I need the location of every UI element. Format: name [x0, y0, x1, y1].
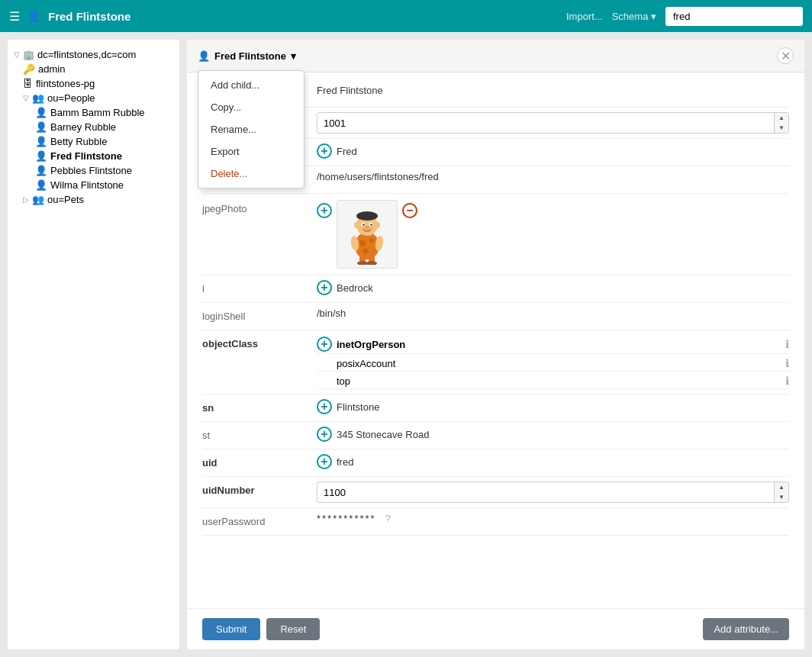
st-add-icon[interactable]: +: [317, 427, 332, 442]
dropdown-add-child[interactable]: Add child...: [198, 74, 304, 96]
value-gidnumber: ▲ ▼: [317, 112, 789, 134]
svg-point-6: [357, 261, 368, 265]
topbar: ☰ 👤 Fred Flintstone Import... Schema ▾: [0, 0, 812, 32]
svg-point-15: [362, 224, 364, 225]
submit-button[interactable]: Submit: [202, 618, 260, 640]
bamm-bamm-icon: 👤: [35, 107, 47, 118]
uid-add-icon[interactable]: +: [317, 454, 332, 469]
sidebar-label-bamm-bamm: Bamm Bamm Rubble: [50, 107, 145, 118]
panel-title-button[interactable]: 👤 Fred Flintstone ▾: [198, 50, 296, 62]
password-value: ***********: [317, 513, 376, 524]
dropdown-export[interactable]: Export: [198, 140, 304, 163]
value-text-loginshell: /bin/sh: [317, 308, 789, 319]
value-uid: + fred: [317, 454, 789, 469]
objectclass-info-icon-2[interactable]: ℹ: [785, 375, 789, 387]
sidebar-item-barney[interactable]: 👤 Barney Rubble: [8, 120, 179, 134]
sidebar-item-betty[interactable]: 👤 Betty Rubble: [8, 134, 179, 149]
value-text-l: Bedrock: [337, 282, 789, 294]
value-text-uid: fred: [337, 456, 789, 468]
objectclass-value-2: top: [337, 375, 781, 387]
fred-icon: 👤: [35, 150, 47, 162]
value-l: + Bedrock: [317, 280, 789, 295]
objectclass-info-icon-0[interactable]: ℹ: [785, 338, 789, 350]
jpegphoto-remove-icon[interactable]: −: [402, 203, 417, 218]
label-uidnumber: uidNumber: [202, 481, 317, 496]
sidebar-label-ou-pets: ou=Pets: [47, 194, 84, 205]
pebbles-icon: 👤: [35, 165, 47, 176]
main-area: ▽ 🏢 dc=flintstones,dc=com 🔑 admin 🗄 flin…: [0, 32, 812, 657]
gidnumber-input[interactable]: [317, 114, 774, 132]
dropdown-chevron-icon: ▾: [291, 50, 296, 62]
sidebar-item-root[interactable]: ▽ 🏢 dc=flintstones,dc=com: [8, 47, 179, 62]
field-loginshell: loginShell /bin/sh: [202, 303, 789, 330]
value-sn: + Flintstone: [317, 399, 789, 414]
objectclass-value-1: posixAccount: [337, 358, 781, 369]
field-uidnumber: uidNumber ▲ ▼: [202, 477, 789, 508]
menu-icon[interactable]: ☰: [9, 9, 20, 24]
value-objectclass: + inetOrgPerson ℹ posixAccount ℹ top ℹ: [317, 335, 789, 389]
dropdown-rename[interactable]: Rename...: [198, 118, 304, 140]
svg-point-18: [354, 222, 359, 228]
label-l: l: [202, 280, 317, 295]
reset-button[interactable]: Reset: [266, 618, 320, 640]
sidebar-item-wilma[interactable]: 👤 Wilma Flintstone: [8, 178, 179, 192]
add-attribute-button[interactable]: Add attribute...: [703, 618, 789, 640]
topbar-links: Import... Schema ▾: [566, 7, 803, 26]
sidebar-item-flintstones-pg[interactable]: 🗄 flintstones-pg: [8, 76, 179, 91]
sidebar-item-pebbles[interactable]: 👤 Pebbles Flintstone: [8, 163, 179, 178]
dropdown-menu: Add child... Copy... Rename... Export De…: [198, 70, 304, 188]
uidnumber-spinner-up[interactable]: ▲: [775, 482, 788, 492]
sidebar-label-pebbles: Pebbles Flintstone: [50, 165, 132, 176]
sidebar-label-wilma: Wilma Flintstone: [50, 179, 124, 191]
field-l: l + Bedrock: [202, 275, 789, 303]
value-cn: Fred Flintstone: [317, 85, 789, 96]
jpegphoto-add-icon[interactable]: +: [317, 203, 332, 218]
svg-point-16: [370, 224, 372, 225]
password-question-icon[interactable]: ?: [385, 513, 391, 524]
import-link[interactable]: Import...: [566, 11, 603, 22]
sidebar-item-fred[interactable]: 👤 Fred Flintstone: [8, 149, 179, 163]
sidebar-item-admin[interactable]: 🔑 admin: [8, 62, 179, 76]
l-add-icon[interactable]: +: [317, 280, 332, 295]
svg-point-2: [369, 238, 374, 243]
panel-title-icon: 👤: [198, 50, 210, 62]
form-footer: Submit Reset Add attribute...: [187, 608, 804, 649]
objectclass-info-icon-1[interactable]: ℹ: [785, 357, 789, 369]
schema-link[interactable]: Schema ▾: [612, 11, 656, 22]
ou-people-icon: 👥: [32, 92, 44, 104]
field-st: st + 345 Stonecave Road: [202, 422, 789, 449]
content-panel: 👤 Fred Flintstone ▾ ✕ Add child... Copy.…: [187, 40, 804, 649]
gidnumber-spinner-down[interactable]: ▼: [775, 123, 788, 133]
gidnumber-spinners: ▲ ▼: [774, 113, 788, 133]
dropdown-copy[interactable]: Copy...: [198, 96, 304, 118]
field-jpegphoto: jpegPhoto +: [202, 194, 789, 275]
givenname-add-icon[interactable]: +: [317, 143, 332, 159]
sidebar-label-pg: flintstones-pg: [36, 78, 95, 89]
sn-add-icon[interactable]: +: [317, 399, 332, 414]
svg-point-1: [359, 240, 366, 246]
uidnumber-spinner-down[interactable]: ▼: [775, 492, 788, 502]
svg-point-12: [356, 211, 378, 221]
fred-photo-svg: [344, 204, 390, 265]
tree-toggle-pets: ▷: [23, 195, 29, 204]
dropdown-delete[interactable]: Delete...: [198, 163, 304, 185]
sidebar-item-bamm-bamm[interactable]: 👤 Bamm Bamm Rubble: [8, 105, 179, 120]
betty-icon: 👤: [35, 136, 47, 147]
sidebar-item-ou-people[interactable]: ▽ 👥 ou=People: [8, 91, 179, 105]
panel-close-button[interactable]: ✕: [777, 47, 794, 64]
tree-toggle-root: ▽: [14, 50, 20, 59]
label-jpegphoto: jpegPhoto: [202, 200, 317, 214]
gidnumber-spinner-up[interactable]: ▲: [775, 113, 788, 123]
topbar-user-icon: 👤: [27, 10, 40, 22]
pg-icon: 🗄: [23, 78, 33, 89]
search-input[interactable]: [665, 7, 803, 26]
ou-pets-icon: 👥: [32, 194, 44, 205]
field-userpassword: userPassword *********** ?: [202, 508, 789, 536]
objectclass-add-icon[interactable]: +: [317, 337, 332, 352]
sidebar-label-admin: admin: [38, 63, 65, 75]
uidnumber-input[interactable]: [317, 484, 774, 501]
label-objectclass: objectClass: [202, 335, 317, 349]
topbar-title: Fred Flintstone: [48, 10, 559, 23]
sidebar-item-ou-pets[interactable]: ▷ 👥 ou=Pets: [8, 192, 179, 207]
value-text-sn: Flintstone: [337, 401, 789, 413]
